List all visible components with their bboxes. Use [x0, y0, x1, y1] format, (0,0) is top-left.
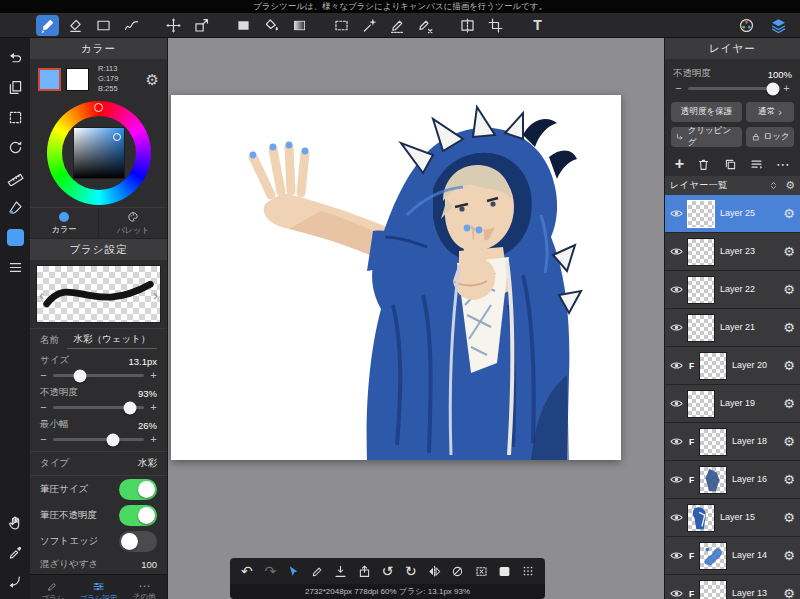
- layer-visibility-eye-icon[interactable]: [668, 320, 684, 335]
- color-wheel[interactable]: [47, 101, 151, 205]
- layer-visibility-eye-icon[interactable]: [668, 586, 684, 599]
- layer-row[interactable]: Layer 23⚙: [665, 233, 800, 271]
- secondary-color-swatch[interactable]: [66, 68, 89, 91]
- layer-settings-gear-icon[interactable]: ⚙: [783, 207, 797, 220]
- add-layer-button[interactable]: +: [675, 156, 684, 172]
- minus-icon[interactable]: −: [38, 434, 49, 445]
- strip-undo-button[interactable]: [4, 46, 26, 68]
- export-button[interactable]: [354, 561, 375, 581]
- strip-select-button[interactable]: [4, 106, 26, 128]
- merge-layer-button[interactable]: [749, 157, 764, 172]
- tool-freehand[interactable]: [120, 15, 143, 36]
- save-button[interactable]: [330, 561, 351, 581]
- minus-icon[interactable]: −: [673, 83, 684, 94]
- slider-thumb[interactable]: [74, 369, 87, 382]
- layer-row[interactable]: Layer 21⚙: [665, 309, 800, 347]
- layer-visibility-eye-icon[interactable]: [668, 472, 684, 487]
- previous-brush-chevron-icon[interactable]: ‹: [39, 287, 44, 302]
- tool-bucket[interactable]: [260, 15, 283, 36]
- rotate-cw-button[interactable]: ↻: [400, 561, 421, 581]
- sort-layers-icon[interactable]: [768, 180, 779, 191]
- layer-visibility-eye-icon[interactable]: [668, 244, 684, 259]
- tab-brush-list[interactable]: ブラシ: [30, 575, 76, 599]
- tool-magic-wand[interactable]: [358, 15, 381, 36]
- tab-color[interactable]: カラー: [30, 208, 98, 238]
- layer-settings-gear-icon[interactable]: ⚙: [783, 511, 797, 524]
- layer-row[interactable]: FLayer 14⚙: [665, 537, 800, 575]
- layer-row[interactable]: Layer 15⚙: [665, 499, 800, 537]
- layer-thumbnail[interactable]: [687, 314, 715, 342]
- flip-button[interactable]: [424, 561, 445, 581]
- redo-button[interactable]: ↷: [260, 561, 281, 581]
- layer-row[interactable]: FLayer 18⚙: [665, 423, 800, 461]
- tab-others[interactable]: ⋯ その他: [121, 575, 167, 599]
- delete-layer-button[interactable]: [696, 157, 711, 172]
- pencil-button[interactable]: [307, 561, 328, 581]
- duplicate-layer-button[interactable]: [723, 157, 738, 172]
- layer-thumbnail[interactable]: [687, 390, 715, 418]
- canvas[interactable]: [171, 95, 621, 460]
- layer-visibility-eye-icon[interactable]: [668, 396, 684, 411]
- protect-alpha-button[interactable]: 透明度を保護: [671, 102, 742, 122]
- layer-visibility-eye-icon[interactable]: [668, 434, 684, 449]
- layer-settings-gear-icon[interactable]: ⚙: [783, 587, 797, 599]
- layer-thumbnail[interactable]: [687, 200, 715, 228]
- next-brush-chevron-icon[interactable]: ›: [153, 287, 158, 302]
- plus-icon[interactable]: +: [148, 370, 159, 381]
- strip-list-button[interactable]: [4, 256, 26, 278]
- layer-settings-gear-icon[interactable]: ⚙: [783, 549, 797, 562]
- strip-eyedropper-button[interactable]: [4, 541, 26, 563]
- tab-palette[interactable]: パレット: [98, 208, 167, 238]
- layer-thumbnail[interactable]: [699, 428, 727, 456]
- slider-track[interactable]: [688, 87, 777, 90]
- layer-thumbnail[interactable]: [699, 466, 727, 494]
- slider-thumb[interactable]: [107, 433, 120, 446]
- plus-icon[interactable]: +: [781, 83, 792, 94]
- clipping-button[interactable]: クリッピング: [671, 127, 742, 147]
- color-settings-gear-icon[interactable]: ⚙: [146, 72, 159, 87]
- layer-thumbnail[interactable]: [687, 276, 715, 304]
- layer-thumbnail[interactable]: [699, 542, 727, 570]
- slider-track[interactable]: [53, 374, 144, 377]
- tool-transform[interactable]: [190, 15, 213, 36]
- tool-gradient[interactable]: [288, 15, 311, 36]
- tab-brush-settings[interactable]: ブラシ設定: [76, 575, 122, 599]
- snap-cursor-button[interactable]: [283, 561, 304, 581]
- layer-visibility-eye-icon[interactable]: [668, 510, 684, 525]
- layer-settings-gear-icon[interactable]: ⚙: [783, 473, 797, 486]
- layer-list-settings-gear-icon[interactable]: ⚙: [785, 180, 795, 191]
- layer-thumbnail[interactable]: [699, 580, 727, 599]
- layer-row[interactable]: Layer 25⚙: [665, 195, 800, 233]
- rotate-ccw-button[interactable]: ↺: [377, 561, 398, 581]
- slider-track[interactable]: [53, 438, 144, 441]
- layers-panel-button[interactable]: [767, 15, 790, 36]
- canvas-area[interactable]: ↶ ↷ ↺ ↻ 2732*2048px 778dpi 60% ブラシ: 13.1…: [168, 38, 664, 599]
- minus-icon[interactable]: −: [38, 402, 49, 413]
- undo-button[interactable]: ↶: [236, 561, 257, 581]
- toggle-switch[interactable]: [119, 531, 157, 552]
- tool-rectangle[interactable]: [92, 15, 115, 36]
- blend-mode-select[interactable]: 通常›: [746, 102, 794, 122]
- brush-preview[interactable]: ‹ ›: [36, 265, 161, 323]
- layer-settings-gear-icon[interactable]: ⚙: [783, 397, 797, 410]
- brush-size-slider[interactable]: − +: [30, 367, 167, 384]
- tool-fill-rect[interactable]: [232, 15, 255, 36]
- layer-row[interactable]: Layer 22⚙: [665, 271, 800, 309]
- tool-select-rect[interactable]: [330, 15, 353, 36]
- layer-row[interactable]: Layer 19⚙: [665, 385, 800, 423]
- hue-marker[interactable]: [94, 103, 103, 112]
- strip-active-color-chip[interactable]: [4, 226, 26, 248]
- tool-divide[interactable]: [456, 15, 479, 36]
- layer-settings-gear-icon[interactable]: ⚙: [783, 245, 797, 258]
- layer-visibility-eye-icon[interactable]: [668, 358, 684, 373]
- strip-pages-button[interactable]: [4, 76, 26, 98]
- minus-icon[interactable]: −: [38, 370, 49, 381]
- tool-select-pen[interactable]: [386, 15, 409, 36]
- slider-thumb[interactable]: [766, 82, 779, 95]
- toolbar-drag-handle[interactable]: [517, 561, 538, 581]
- layer-visibility-eye-icon[interactable]: [668, 282, 684, 297]
- toggle-switch[interactable]: [119, 479, 157, 500]
- strip-ruler-button[interactable]: [4, 166, 26, 188]
- layer-row[interactable]: FLayer 13⚙: [665, 575, 800, 599]
- layer-thumbnail[interactable]: [699, 352, 727, 380]
